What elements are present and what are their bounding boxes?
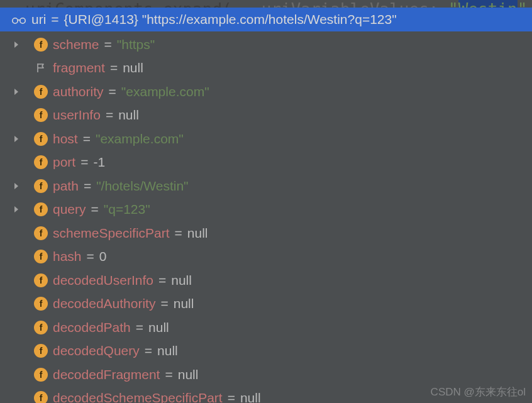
field-eq: = — [87, 249, 94, 264]
uri-eq: = — [51, 12, 58, 27]
expr-comma: , — [527, 0, 532, 8]
field-value: null — [123, 60, 143, 75]
field-row[interactable]: fschemeSpecificPart=null — [0, 221, 532, 245]
field-row[interactable]: fdecodedAuthority=null — [0, 292, 532, 316]
field-icon: f — [34, 273, 48, 287]
field-icon: f — [34, 250, 48, 263]
field-value: null — [174, 296, 194, 311]
expand-arrow-icon[interactable] — [11, 41, 21, 48]
expr-str-hl: Westin — [458, 0, 518, 8]
field-value: null — [148, 320, 169, 335]
field-value: "/hotels/Westin" — [96, 179, 188, 194]
field-name: port — [53, 155, 75, 170]
field-name: query — [53, 202, 86, 217]
field-name: decodedPath — [53, 320, 131, 335]
field-icon: f — [34, 297, 48, 311]
uri-value: {URI@1413} "https://example.com/hotels/W… — [64, 12, 397, 27]
field-eq: = — [83, 131, 91, 146]
field-value: null — [157, 343, 178, 358]
field-eq: = — [175, 226, 182, 241]
field-eq: = — [228, 390, 235, 403]
field-row[interactable]: fdecodedFragment=null — [0, 363, 532, 387]
field-row[interactable]: fdecodedQuery=null — [0, 340, 532, 363]
field-name: authority — [53, 84, 104, 99]
field-eq: = — [104, 37, 112, 52]
field-value: null — [178, 367, 199, 382]
watch-icon — [11, 15, 26, 24]
expand-arrow-icon[interactable] — [11, 182, 21, 190]
field-name: decodedSchemeSpecificPart — [53, 390, 223, 403]
field-eq: = — [84, 179, 91, 194]
field-row[interactable]: fuserInfo=null — [0, 104, 532, 128]
uri-result-row[interactable]: uri = {URI@1413} "https://example.com/ho… — [0, 8, 532, 31]
field-name: path — [53, 179, 79, 194]
field-icon: f — [34, 38, 48, 52]
expr-hint: ...uriVariableValues: — [232, 0, 439, 8]
expr-str-open: " — [438, 0, 458, 8]
field-name: decodedUserInfo — [53, 273, 153, 288]
field-eq: = — [110, 60, 118, 75]
field-icon: f — [34, 368, 48, 382]
field-list: fscheme="https"fragment=nullfauthority="… — [0, 31, 532, 403]
field-name: decodedFragment — [53, 367, 160, 382]
field-icon: f — [34, 202, 48, 216]
uri-name: uri — [31, 12, 46, 27]
field-value: null — [187, 226, 208, 241]
field-icon: f — [34, 321, 48, 334]
svg-point-0 — [13, 18, 18, 23]
field-eq: = — [136, 320, 143, 335]
field-name: hash — [53, 249, 82, 264]
field-name: schemeSpecificPart — [53, 226, 170, 241]
field-value: 0 — [99, 249, 107, 264]
field-value: null — [171, 273, 192, 288]
expand-arrow-icon[interactable] — [11, 88, 21, 96]
field-row[interactable]: fdecodedPath=null — [0, 316, 532, 340]
field-value: "https" — [117, 37, 155, 52]
field-row[interactable]: fquery="q=123" — [0, 198, 532, 222]
field-value: "q=123" — [104, 202, 150, 217]
field-row[interactable]: fpath="/hotels/Westin" — [0, 174, 532, 198]
watermark: CSDN @东来东往ol — [431, 385, 526, 399]
field-icon: f — [34, 85, 48, 99]
field-eq: = — [158, 273, 166, 288]
field-icon: f — [34, 132, 48, 146]
expand-arrow-icon[interactable] — [11, 206, 21, 213]
field-icon: f — [34, 108, 48, 122]
expression-bar: uriComponents.expand(...uriVariableValue… — [0, 0, 532, 8]
field-row[interactable]: fhost="example.com" — [0, 127, 532, 151]
field-eq: = — [165, 367, 172, 382]
field-icon: f — [34, 155, 48, 169]
field-eq: = — [109, 84, 116, 99]
field-eq: = — [106, 108, 113, 123]
field-icon: f — [34, 226, 48, 240]
field-value: null — [118, 108, 139, 123]
field-row[interactable]: fscheme="https" — [0, 33, 532, 57]
expr-prefix: uriComponents.expand( — [25, 0, 232, 8]
expr-str-close: " — [518, 0, 528, 8]
field-row[interactable]: fhash=0 — [0, 245, 532, 269]
field-icon: f — [34, 391, 48, 403]
field-eq: = — [80, 155, 88, 170]
field-icon: f — [34, 179, 48, 193]
expand-arrow-icon[interactable] — [11, 135, 21, 143]
flag-icon — [34, 61, 48, 75]
field-name: scheme — [53, 37, 99, 52]
field-row[interactable]: fport=-1 — [0, 151, 532, 175]
svg-point-1 — [20, 18, 25, 23]
field-name: host — [53, 131, 78, 146]
field-name: decodedAuthority — [53, 296, 155, 311]
field-row[interactable]: fauthority="example.com" — [0, 80, 532, 104]
field-value: -1 — [93, 155, 105, 170]
field-eq: = — [160, 296, 168, 311]
field-name: fragment — [53, 60, 105, 75]
field-row[interactable]: fragment=null — [0, 57, 532, 80]
field-value: "example.com" — [121, 84, 209, 99]
field-name: userInfo — [53, 108, 101, 123]
field-value: null — [240, 390, 261, 403]
field-eq: = — [91, 202, 99, 217]
field-row[interactable]: fdecodedUserInfo=null — [0, 268, 532, 292]
field-icon: f — [34, 344, 48, 358]
field-value: "example.com" — [96, 131, 184, 146]
field-name: decodedQuery — [53, 343, 140, 358]
field-eq: = — [145, 343, 152, 358]
